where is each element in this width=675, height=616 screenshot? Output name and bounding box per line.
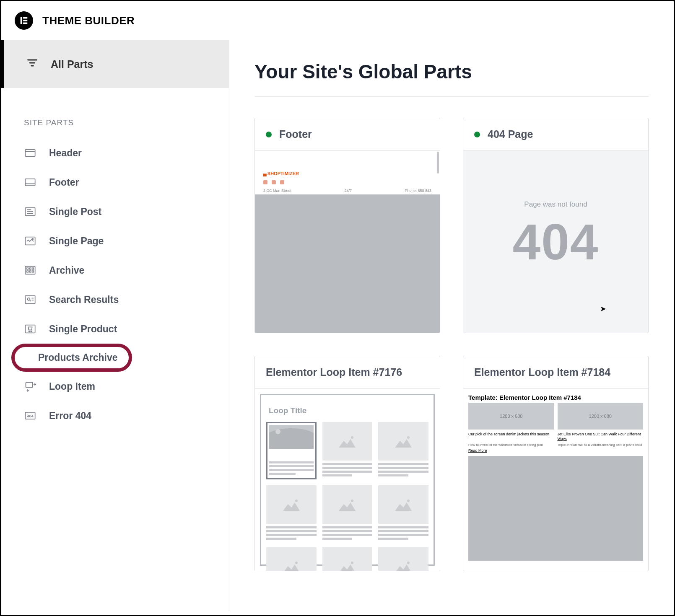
- sidebar-item-label: Error 404: [49, 410, 91, 422]
- svg-point-44: [407, 500, 410, 502]
- search-results-icon: [24, 293, 36, 306]
- sidebar-item-products-archive-highlight: Products Archive: [14, 346, 130, 369]
- svg-rect-23: [32, 271, 34, 272]
- preview-thumb: [378, 422, 428, 479]
- sidebar-item-single-page[interactable]: Single Page: [1, 226, 229, 256]
- app-header: THEME BUILDER: [1, 1, 674, 40]
- cursor-icon: ➤: [600, 304, 606, 313]
- card-title: Elementor Loop Item #7176: [266, 366, 402, 378]
- sidebar-item-archive[interactable]: Archive: [1, 256, 229, 285]
- status-dot-icon: [474, 132, 480, 137]
- svg-rect-7: [25, 150, 35, 156]
- preview-loop-title: Loop Title: [266, 400, 428, 422]
- svg-rect-20: [32, 268, 34, 269]
- svg-point-43: [351, 500, 353, 502]
- sidebar-item-single-post[interactable]: Single Post: [1, 197, 229, 226]
- svg-point-45: [295, 562, 298, 564]
- svg-point-41: [407, 436, 410, 439]
- template-preview: Page was not found 404 ➤: [463, 151, 648, 333]
- svg-text:404: 404: [27, 414, 34, 418]
- svg-rect-9: [25, 179, 35, 186]
- preview-thumb: [266, 547, 317, 571]
- preview-thumb-selected: [266, 422, 317, 479]
- preview-template-label: Template: Elementor Loop Item #7184: [468, 394, 643, 401]
- preview-thumb: [322, 485, 373, 541]
- svg-point-46: [351, 562, 353, 564]
- page-title: Your Site's Global Parts: [254, 60, 649, 83]
- footer-icon: [24, 176, 36, 189]
- header-icon: [24, 147, 36, 159]
- svg-rect-3: [23, 23, 27, 24]
- scrollbar[interactable]: [437, 152, 439, 173]
- app-title: THEME BUILDER: [42, 14, 135, 27]
- svg-point-42: [295, 500, 298, 502]
- preview-thumb: [378, 485, 428, 541]
- section-label-site-parts: SITE PARTS: [1, 88, 229, 138]
- sidebar-item-products-archive[interactable]: Products Archive: [14, 346, 130, 369]
- sidebar-item-footer[interactable]: Footer: [1, 168, 229, 197]
- preview-fill: [468, 456, 643, 561]
- preview-thumb: [322, 422, 373, 479]
- preview-footer-meta: 2 CC Man Street 24/7 Phone: 858 843: [255, 186, 440, 194]
- single-post-icon: [24, 205, 36, 218]
- svg-rect-36: [26, 383, 33, 388]
- main-content: Your Site's Global Parts Footer ▄ SHOPTI…: [229, 40, 674, 611]
- preview-meta: How to invest in the wardrobe versatile …: [468, 443, 554, 447]
- sidebar-item-all-parts[interactable]: All Parts: [1, 40, 229, 88]
- sidebar-item-label: Header: [49, 148, 82, 159]
- preview-thumb: [322, 547, 373, 571]
- sidebar-item-error-404[interactable]: 404 Error 404: [1, 401, 229, 430]
- sidebar: All Parts SITE PARTS Header Footer Singl…: [1, 40, 229, 611]
- svg-rect-18: [27, 268, 29, 269]
- template-preview: ▄ SHOPTIMIZER 2 CC Man Street 24/7 Phone…: [255, 151, 440, 333]
- svg-rect-22: [29, 271, 31, 272]
- filter-icon: [26, 57, 38, 71]
- single-page-icon: [24, 235, 36, 247]
- elementor-logo-icon: [15, 11, 33, 30]
- card-title: Elementor Loop Item #7184: [474, 366, 610, 378]
- sidebar-item-single-product[interactable]: Single Product: [1, 314, 229, 344]
- template-preview: Loop Title: [255, 389, 440, 571]
- template-card-footer[interactable]: Footer ▄ SHOPTIMIZER 2 CC Man Street 24/…: [254, 118, 440, 333]
- card-title: Footer: [279, 128, 312, 140]
- sidebar-item-label: Products Archive: [38, 352, 118, 363]
- sidebar-item-label: Search Results: [49, 294, 119, 305]
- sidebar-item-search-results[interactable]: Search Results: [1, 285, 229, 314]
- preview-headline: Cur pick of the screen denim jackets thi…: [468, 432, 554, 441]
- template-preview: Template: Elementor Loop Item #7184 1200…: [463, 389, 648, 571]
- sidebar-item-header[interactable]: Header: [1, 138, 229, 168]
- svg-rect-0: [21, 17, 22, 24]
- sidebar-item-label: All Parts: [51, 58, 93, 70]
- template-card-loop-item-7176[interactable]: Elementor Loop Item #7176 Loop Title: [254, 356, 440, 571]
- svg-point-16: [32, 238, 33, 240]
- card-title: 404 Page: [488, 128, 533, 140]
- svg-rect-21: [27, 271, 29, 272]
- template-card-404-page[interactable]: 404 Page Page was not found 404 ➤: [463, 118, 649, 333]
- preview-thumb: [378, 547, 428, 571]
- sidebar-item-label: Archive: [49, 265, 84, 276]
- preview-404-label: Page was not found: [524, 200, 587, 209]
- svg-point-31: [31, 331, 31, 332]
- title-divider: [254, 96, 649, 97]
- preview-social-icons: [255, 179, 440, 186]
- template-card-loop-item-7184[interactable]: Elementor Loop Item #7184 Template: Elem…: [463, 356, 649, 571]
- single-product-icon: [24, 323, 36, 335]
- preview-thumb: [266, 485, 317, 541]
- preview-meta: Triple-thrown raid to a vibrant-meaning …: [558, 443, 644, 447]
- preview-404-number: 404: [512, 213, 599, 271]
- sidebar-item-label: Single Product: [49, 324, 117, 335]
- sidebar-item-label: Footer: [49, 177, 79, 188]
- svg-point-25: [28, 298, 30, 300]
- error-404-icon: 404: [24, 409, 36, 422]
- sidebar-item-label: Single Post: [49, 206, 101, 217]
- loop-item-icon: [24, 380, 36, 393]
- sidebar-item-loop-item[interactable]: Loop Item: [1, 372, 229, 401]
- svg-rect-2: [23, 20, 27, 21]
- svg-rect-29: [25, 325, 35, 333]
- preview-placeholder: 1200 x 680: [468, 403, 554, 430]
- svg-point-47: [407, 562, 410, 564]
- svg-line-26: [30, 300, 31, 301]
- svg-rect-1: [23, 17, 27, 19]
- sidebar-item-label: Single Page: [49, 236, 104, 247]
- svg-point-30: [29, 331, 30, 332]
